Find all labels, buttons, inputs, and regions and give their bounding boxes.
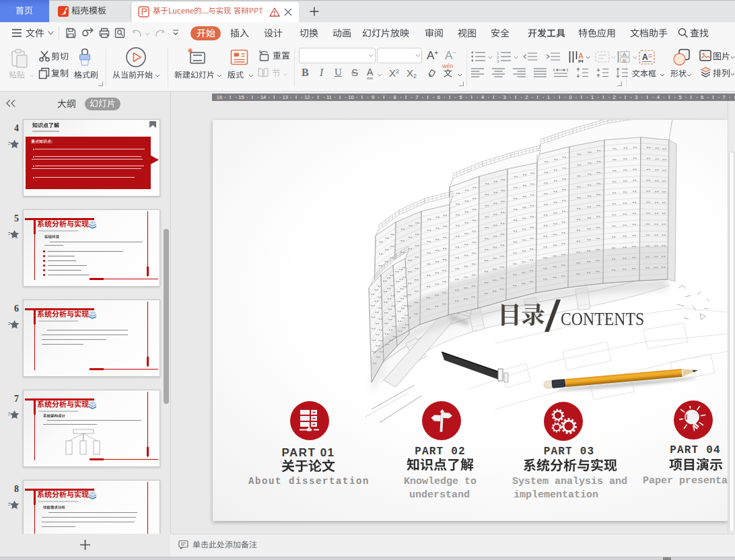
svg-text:6: 6 <box>701 94 703 100</box>
svg-text:3: 3 <box>503 94 506 100</box>
svg-text:2: 2 <box>525 94 528 100</box>
svg-text:1: 1 <box>591 94 594 100</box>
svg-text:10: 10 <box>348 94 353 100</box>
svg-text:8: 8 <box>394 94 396 100</box>
svg-text:B: B <box>623 58 626 64</box>
svg-text:5: 5 <box>459 94 462 100</box>
svg-text:14: 14 <box>260 94 266 100</box>
svg-text:0: 0 <box>569 94 571 100</box>
svg-text:7: 7 <box>723 94 726 100</box>
svg-text:15: 15 <box>238 94 244 100</box>
svg-text:16: 16 <box>217 94 222 100</box>
svg-text:2: 2 <box>613 94 616 100</box>
svg-text:A: A <box>623 51 626 57</box>
svg-text:9: 9 <box>372 94 374 100</box>
svg-text:7: 7 <box>415 94 418 100</box>
svg-text:1: 1 <box>547 94 550 100</box>
svg-text:4: 4 <box>481 94 484 100</box>
svg-text:4: 4 <box>657 94 660 100</box>
svg-text:11: 11 <box>326 94 332 100</box>
svg-text:3: 3 <box>635 94 637 100</box>
svg-text:13: 13 <box>283 94 288 100</box>
svg-text:A: A <box>642 53 648 62</box>
svg-text:3: 3 <box>497 59 499 63</box>
svg-text:12: 12 <box>304 94 310 100</box>
svg-text:5: 5 <box>678 94 681 100</box>
svg-text:6: 6 <box>438 94 440 100</box>
